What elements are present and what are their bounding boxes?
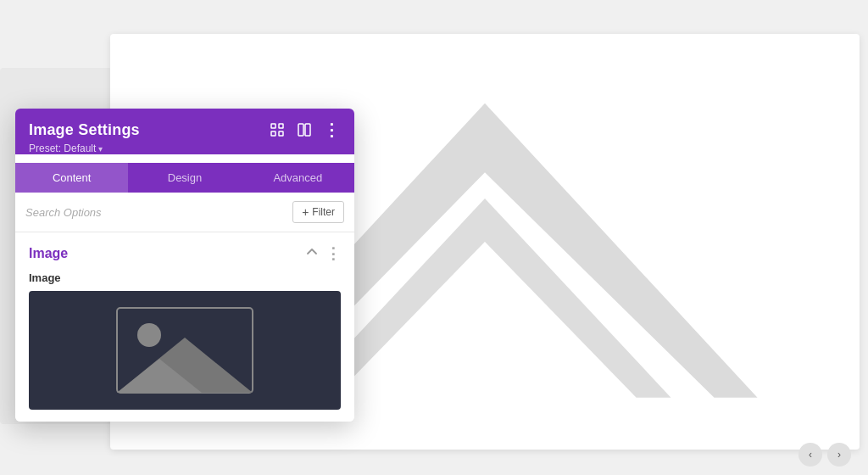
- panel-title: Image Settings: [29, 121, 140, 139]
- section-header: Image ⋮: [29, 244, 341, 263]
- svg-rect-4: [271, 131, 275, 136]
- svg-rect-5: [279, 131, 283, 136]
- bottom-pagination: ‹ ›: [798, 443, 851, 467]
- preset-dropdown-icon: ▾: [98, 144, 103, 154]
- image-placeholder-graphic: [29, 291, 341, 410]
- image-upload-area[interactable]: [29, 291, 341, 410]
- section-more-icon[interactable]: ⋮: [326, 244, 341, 263]
- search-bar: + Filter: [15, 193, 354, 232]
- columns-icon[interactable]: [295, 120, 314, 139]
- svg-point-10: [137, 323, 161, 347]
- filter-label: Filter: [312, 206, 335, 218]
- svg-rect-3: [279, 124, 283, 128]
- pagination-next[interactable]: ›: [827, 443, 851, 467]
- section-controls: ⋮: [305, 244, 341, 263]
- image-field-label: Image: [29, 271, 341, 284]
- filter-button[interactable]: + Filter: [292, 201, 344, 223]
- panel-header: Image Settings ⋮: [15, 109, 354, 154]
- more-icon[interactable]: ⋮: [322, 120, 341, 139]
- pagination-prev[interactable]: ‹: [798, 443, 822, 467]
- section-collapse-icon[interactable]: [305, 245, 319, 263]
- svg-rect-7: [305, 124, 310, 136]
- panel-body: Image ⋮ Image: [15, 232, 354, 422]
- fullscreen-icon[interactable]: [268, 120, 287, 139]
- tab-design[interactable]: Design: [128, 163, 241, 193]
- tab-advanced[interactable]: Advanced: [242, 163, 354, 193]
- panel-preset[interactable]: Preset: Default ▾: [29, 142, 341, 154]
- section-title: Image: [29, 246, 68, 261]
- svg-rect-6: [298, 124, 303, 136]
- settings-panel: Image Settings ⋮: [15, 109, 354, 422]
- search-input[interactable]: [25, 206, 292, 219]
- tab-content[interactable]: Content: [15, 163, 128, 193]
- filter-plus-icon: +: [302, 205, 309, 219]
- header-icons: ⋮: [268, 120, 341, 139]
- panel-tabs: Content Design Advanced: [15, 163, 354, 193]
- svg-rect-2: [271, 124, 275, 128]
